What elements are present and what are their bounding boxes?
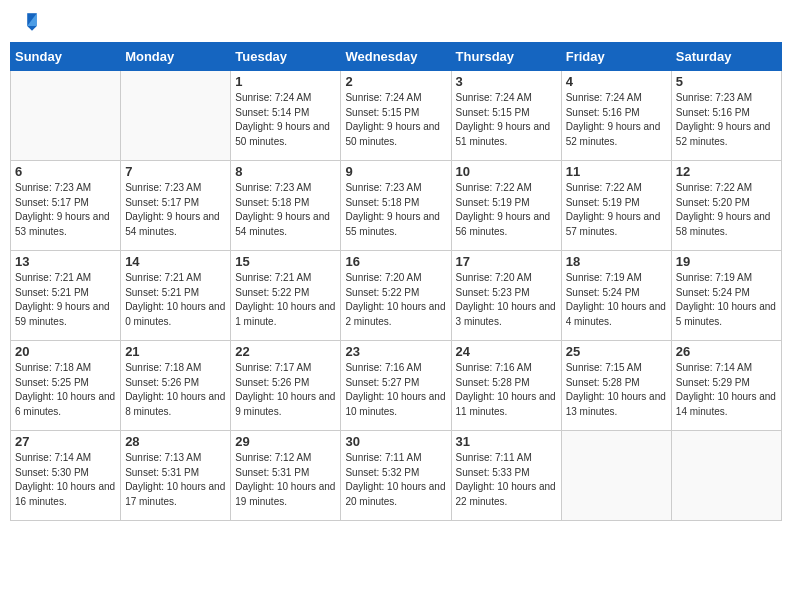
day-number: 22 xyxy=(235,344,336,359)
calendar-cell: 1Sunrise: 7:24 AM Sunset: 5:14 PM Daylig… xyxy=(231,71,341,161)
day-header-saturday: Saturday xyxy=(671,43,781,71)
day-number: 17 xyxy=(456,254,557,269)
calendar-cell: 13Sunrise: 7:21 AM Sunset: 5:21 PM Dayli… xyxy=(11,251,121,341)
calendar-cell: 3Sunrise: 7:24 AM Sunset: 5:15 PM Daylig… xyxy=(451,71,561,161)
calendar-cell: 18Sunrise: 7:19 AM Sunset: 5:24 PM Dayli… xyxy=(561,251,671,341)
day-info: Sunrise: 7:14 AM Sunset: 5:30 PM Dayligh… xyxy=(15,451,116,509)
calendar-cell: 4Sunrise: 7:24 AM Sunset: 5:16 PM Daylig… xyxy=(561,71,671,161)
day-info: Sunrise: 7:22 AM Sunset: 5:20 PM Dayligh… xyxy=(676,181,777,239)
day-header-sunday: Sunday xyxy=(11,43,121,71)
day-header-friday: Friday xyxy=(561,43,671,71)
day-info: Sunrise: 7:15 AM Sunset: 5:28 PM Dayligh… xyxy=(566,361,667,419)
day-number: 23 xyxy=(345,344,446,359)
calendar-cell: 16Sunrise: 7:20 AM Sunset: 5:22 PM Dayli… xyxy=(341,251,451,341)
calendar-week-row: 13Sunrise: 7:21 AM Sunset: 5:21 PM Dayli… xyxy=(11,251,782,341)
day-number: 25 xyxy=(566,344,667,359)
calendar-cell: 12Sunrise: 7:22 AM Sunset: 5:20 PM Dayli… xyxy=(671,161,781,251)
day-info: Sunrise: 7:19 AM Sunset: 5:24 PM Dayligh… xyxy=(676,271,777,329)
calendar-cell: 28Sunrise: 7:13 AM Sunset: 5:31 PM Dayli… xyxy=(121,431,231,521)
page-header xyxy=(10,10,782,34)
day-number: 30 xyxy=(345,434,446,449)
day-info: Sunrise: 7:16 AM Sunset: 5:28 PM Dayligh… xyxy=(456,361,557,419)
day-info: Sunrise: 7:24 AM Sunset: 5:14 PM Dayligh… xyxy=(235,91,336,149)
calendar-week-row: 20Sunrise: 7:18 AM Sunset: 5:25 PM Dayli… xyxy=(11,341,782,431)
day-header-monday: Monday xyxy=(121,43,231,71)
day-number: 8 xyxy=(235,164,336,179)
day-number: 24 xyxy=(456,344,557,359)
day-info: Sunrise: 7:20 AM Sunset: 5:22 PM Dayligh… xyxy=(345,271,446,329)
day-info: Sunrise: 7:18 AM Sunset: 5:26 PM Dayligh… xyxy=(125,361,226,419)
day-info: Sunrise: 7:16 AM Sunset: 5:27 PM Dayligh… xyxy=(345,361,446,419)
calendar-cell: 8Sunrise: 7:23 AM Sunset: 5:18 PM Daylig… xyxy=(231,161,341,251)
day-info: Sunrise: 7:11 AM Sunset: 5:33 PM Dayligh… xyxy=(456,451,557,509)
day-header-tuesday: Tuesday xyxy=(231,43,341,71)
day-number: 27 xyxy=(15,434,116,449)
day-info: Sunrise: 7:23 AM Sunset: 5:17 PM Dayligh… xyxy=(15,181,116,239)
day-number: 18 xyxy=(566,254,667,269)
day-number: 15 xyxy=(235,254,336,269)
calendar-cell: 9Sunrise: 7:23 AM Sunset: 5:18 PM Daylig… xyxy=(341,161,451,251)
calendar-cell: 21Sunrise: 7:18 AM Sunset: 5:26 PM Dayli… xyxy=(121,341,231,431)
calendar-cell: 19Sunrise: 7:19 AM Sunset: 5:24 PM Dayli… xyxy=(671,251,781,341)
day-info: Sunrise: 7:23 AM Sunset: 5:18 PM Dayligh… xyxy=(345,181,446,239)
day-header-thursday: Thursday xyxy=(451,43,561,71)
calendar-cell: 23Sunrise: 7:16 AM Sunset: 5:27 PM Dayli… xyxy=(341,341,451,431)
day-info: Sunrise: 7:24 AM Sunset: 5:16 PM Dayligh… xyxy=(566,91,667,149)
day-number: 21 xyxy=(125,344,226,359)
calendar-cell: 11Sunrise: 7:22 AM Sunset: 5:19 PM Dayli… xyxy=(561,161,671,251)
day-info: Sunrise: 7:24 AM Sunset: 5:15 PM Dayligh… xyxy=(456,91,557,149)
svg-marker-2 xyxy=(27,26,37,31)
day-info: Sunrise: 7:17 AM Sunset: 5:26 PM Dayligh… xyxy=(235,361,336,419)
day-number: 3 xyxy=(456,74,557,89)
day-number: 5 xyxy=(676,74,777,89)
calendar-cell: 7Sunrise: 7:23 AM Sunset: 5:17 PM Daylig… xyxy=(121,161,231,251)
calendar-table: SundayMondayTuesdayWednesdayThursdayFrid… xyxy=(10,42,782,521)
day-number: 10 xyxy=(456,164,557,179)
day-info: Sunrise: 7:21 AM Sunset: 5:21 PM Dayligh… xyxy=(125,271,226,329)
logo xyxy=(14,10,40,34)
day-info: Sunrise: 7:18 AM Sunset: 5:25 PM Dayligh… xyxy=(15,361,116,419)
day-info: Sunrise: 7:21 AM Sunset: 5:21 PM Dayligh… xyxy=(15,271,116,329)
day-info: Sunrise: 7:23 AM Sunset: 5:18 PM Dayligh… xyxy=(235,181,336,239)
calendar-cell: 6Sunrise: 7:23 AM Sunset: 5:17 PM Daylig… xyxy=(11,161,121,251)
calendar-cell xyxy=(121,71,231,161)
day-number: 28 xyxy=(125,434,226,449)
calendar-cell: 30Sunrise: 7:11 AM Sunset: 5:32 PM Dayli… xyxy=(341,431,451,521)
day-number: 14 xyxy=(125,254,226,269)
calendar-cell xyxy=(671,431,781,521)
day-info: Sunrise: 7:23 AM Sunset: 5:16 PM Dayligh… xyxy=(676,91,777,149)
day-info: Sunrise: 7:13 AM Sunset: 5:31 PM Dayligh… xyxy=(125,451,226,509)
day-number: 4 xyxy=(566,74,667,89)
day-info: Sunrise: 7:24 AM Sunset: 5:15 PM Dayligh… xyxy=(345,91,446,149)
day-number: 6 xyxy=(15,164,116,179)
day-number: 20 xyxy=(15,344,116,359)
calendar-cell: 25Sunrise: 7:15 AM Sunset: 5:28 PM Dayli… xyxy=(561,341,671,431)
day-number: 31 xyxy=(456,434,557,449)
calendar-cell: 2Sunrise: 7:24 AM Sunset: 5:15 PM Daylig… xyxy=(341,71,451,161)
calendar-cell: 20Sunrise: 7:18 AM Sunset: 5:25 PM Dayli… xyxy=(11,341,121,431)
day-number: 16 xyxy=(345,254,446,269)
day-info: Sunrise: 7:21 AM Sunset: 5:22 PM Dayligh… xyxy=(235,271,336,329)
day-number: 1 xyxy=(235,74,336,89)
calendar-cell: 15Sunrise: 7:21 AM Sunset: 5:22 PM Dayli… xyxy=(231,251,341,341)
calendar-cell: 31Sunrise: 7:11 AM Sunset: 5:33 PM Dayli… xyxy=(451,431,561,521)
calendar-week-row: 27Sunrise: 7:14 AM Sunset: 5:30 PM Dayli… xyxy=(11,431,782,521)
day-number: 2 xyxy=(345,74,446,89)
calendar-cell xyxy=(11,71,121,161)
calendar-cell: 10Sunrise: 7:22 AM Sunset: 5:19 PM Dayli… xyxy=(451,161,561,251)
calendar-cell: 24Sunrise: 7:16 AM Sunset: 5:28 PM Dayli… xyxy=(451,341,561,431)
calendar-cell: 22Sunrise: 7:17 AM Sunset: 5:26 PM Dayli… xyxy=(231,341,341,431)
day-info: Sunrise: 7:22 AM Sunset: 5:19 PM Dayligh… xyxy=(566,181,667,239)
calendar-cell: 27Sunrise: 7:14 AM Sunset: 5:30 PM Dayli… xyxy=(11,431,121,521)
day-info: Sunrise: 7:12 AM Sunset: 5:31 PM Dayligh… xyxy=(235,451,336,509)
day-number: 13 xyxy=(15,254,116,269)
day-number: 29 xyxy=(235,434,336,449)
day-header-wednesday: Wednesday xyxy=(341,43,451,71)
day-info: Sunrise: 7:20 AM Sunset: 5:23 PM Dayligh… xyxy=(456,271,557,329)
day-number: 12 xyxy=(676,164,777,179)
calendar-cell: 14Sunrise: 7:21 AM Sunset: 5:21 PM Dayli… xyxy=(121,251,231,341)
logo-icon xyxy=(16,10,40,34)
day-info: Sunrise: 7:23 AM Sunset: 5:17 PM Dayligh… xyxy=(125,181,226,239)
day-info: Sunrise: 7:14 AM Sunset: 5:29 PM Dayligh… xyxy=(676,361,777,419)
day-number: 9 xyxy=(345,164,446,179)
